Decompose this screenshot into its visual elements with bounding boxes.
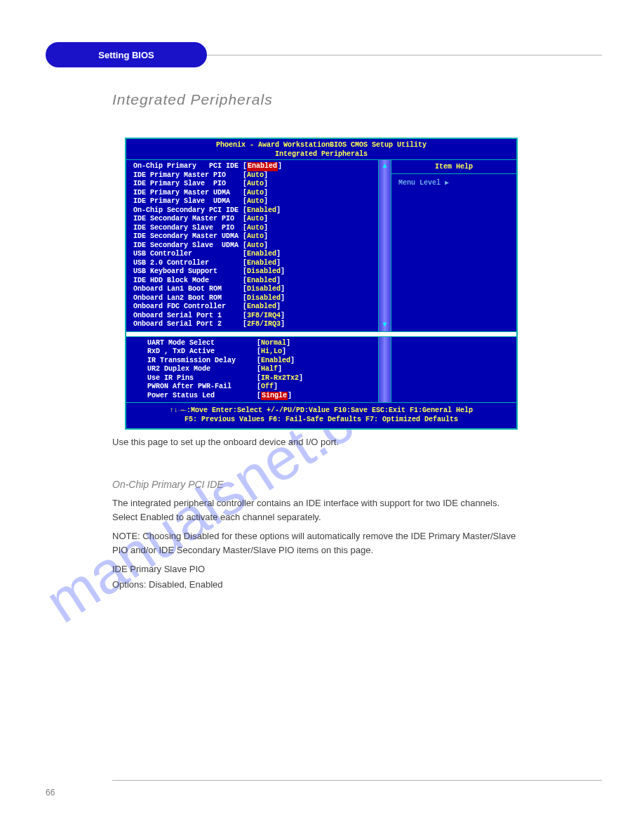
bios-item-row[interactable]: IDE Secondary Master UDMA [Auto] xyxy=(133,232,375,241)
bios-item-label: UART Mode Select xyxy=(147,339,257,348)
bios-item-value: 3F8/IRQ4 xyxy=(247,312,281,321)
bios-item-label: IDE HDD Block Mode xyxy=(133,277,243,286)
bios-item-label: IDE Primary Slave PIO xyxy=(133,180,243,189)
bios-item-label: UR2 Duplex Mode xyxy=(147,365,257,374)
body-section: On-Chip Primary PCI IDE The integrated p… xyxy=(112,477,526,591)
bios-footer: ↑↓→←:Move Enter:Select +/-/PU/PD:Value F… xyxy=(126,402,516,428)
bios-item-value: IR-Rx2Tx2 xyxy=(261,374,299,383)
bios-item-row[interactable]: Onboard Serial Port 2 [2F8/IRQ3] xyxy=(133,320,375,329)
bios-item-row[interactable]: Power Status Led [Single] xyxy=(147,392,375,401)
bios-item-row[interactable]: PWRON After PWR-Fail [Off] xyxy=(147,383,375,392)
bios-item-row[interactable]: IDE Primary Master PIO [Auto] xyxy=(133,171,375,180)
bios-item-label: USB Controller xyxy=(133,250,243,259)
body-para3: IDE Primary Slave PIO xyxy=(112,562,526,576)
bios-item-value: Auto xyxy=(247,241,264,251)
bios-item-row[interactable]: USB 2.0 Controller [Enabled] xyxy=(133,259,375,268)
bios-item-value: Disabled xyxy=(247,294,281,303)
bios-item-label: IR Transmission Delay xyxy=(147,357,257,366)
bios-item-value: Single xyxy=(261,392,288,401)
bios-title-line1: Phoenix - Award WorkstationBIOS CMOS Set… xyxy=(126,141,516,150)
bios-item-value: Auto xyxy=(247,232,264,241)
bios-item-row[interactable]: IDE Secondary Slave PIO [Auto] xyxy=(133,224,375,233)
bios-item-value: Auto xyxy=(247,171,264,180)
bios-item-row[interactable]: USB Controller [Enabled] xyxy=(133,250,375,259)
bios-item-value: Auto xyxy=(247,215,264,224)
bios-item-value: Auto xyxy=(247,197,264,206)
bios-item-label: IDE Primary Master PIO xyxy=(133,171,243,180)
bios-item-label: Power Status Led xyxy=(147,392,257,401)
bios-item-row[interactable]: RxD , TxD Active [Hi,Lo] xyxy=(147,348,375,357)
bios-item-value: Auto xyxy=(247,224,264,233)
page-header: Setting BIOS xyxy=(46,42,602,67)
bios-item-value: Enabled xyxy=(247,259,276,268)
bios-item-row[interactable]: UR2 Duplex Mode [Half] xyxy=(147,365,375,374)
bios-item-row[interactable]: On-Chip Secondary PCI IDE [Enabled] xyxy=(133,206,375,216)
bios-body-top: On-Chip Primary PCI IDE [Enabled]IDE Pri… xyxy=(126,159,516,331)
scrollbar-top[interactable]: ▲ ▼ xyxy=(379,160,391,331)
page-number: 66 xyxy=(46,788,55,797)
section-title: Integrated Peripherals xyxy=(112,91,273,108)
bios-item-row[interactable]: Onboard Lan1 Boot ROM [Disabled] xyxy=(133,285,375,294)
bios-item-label: PWRON After PWR-Fail xyxy=(147,383,257,392)
bios-title-line2: Integrated Peripherals xyxy=(126,150,516,159)
bios-items-bottom[interactable]: UART Mode Select [Normal]RxD , TxD Activ… xyxy=(126,337,379,403)
body-options: Options: Disabled, Enabled xyxy=(112,578,526,592)
help-title: Item Help xyxy=(391,160,516,174)
help-panel: Item Help Menu Level ▶ xyxy=(391,160,516,331)
bios-item-row[interactable]: IDE Primary Master UDMA [Auto] xyxy=(133,189,375,198)
scrollbar-bottom[interactable] xyxy=(379,337,391,403)
bios-item-label: Onboard Serial Port 2 xyxy=(133,320,243,329)
footer-line2: F5: Previous Values F6: Fail-Safe Defaul… xyxy=(126,415,516,424)
bios-item-row[interactable]: IDE Primary Slave UDMA [Auto] xyxy=(133,197,375,206)
body-para2: NOTE: Choosing Disabled for these option… xyxy=(112,529,526,557)
header-pill: Setting BIOS xyxy=(46,42,207,67)
body-intro: Use this page to set up the onboard devi… xyxy=(112,435,526,449)
bios-item-value: Auto xyxy=(247,189,264,198)
bios-item-row[interactable]: Onboard Serial Port 1 [3F8/IRQ4] xyxy=(133,312,375,321)
bios-item-label: IDE Secondary Slave UDMA xyxy=(133,241,243,251)
body-heading: On-Chip Primary PCI IDE xyxy=(112,477,526,492)
bios-item-label: Use IR Pins xyxy=(147,374,257,383)
bios-item-value: Enabled xyxy=(247,277,276,286)
bios-item-value: Enabled xyxy=(247,162,278,171)
bios-item-label: IDE Secondary Master PIO xyxy=(133,215,243,224)
bios-item-row[interactable]: UART Mode Select [Normal] xyxy=(147,339,375,348)
bios-item-row[interactable]: IDE Primary Slave PIO [Auto] xyxy=(133,180,375,189)
bios-item-label: On-Chip Primary PCI IDE xyxy=(133,162,243,171)
bios-item-label: On-Chip Secondary PCI IDE xyxy=(133,206,243,216)
help-panel-bottom xyxy=(391,337,516,403)
bios-item-label: USB Keyboard Support xyxy=(133,267,243,277)
bios-item-row[interactable]: IR Transmission Delay [Enabled] xyxy=(147,357,375,366)
bios-item-label: IDE Secondary Slave PIO xyxy=(133,224,243,233)
bios-item-label: RxD , TxD Active xyxy=(147,348,257,357)
help-body: Menu Level ▶ xyxy=(391,174,516,191)
bios-item-value: Auto xyxy=(247,180,264,189)
bios-item-value: Disabled xyxy=(247,267,281,277)
bios-item-row[interactable]: Use IR Pins [IR-Rx2Tx2] xyxy=(147,374,375,383)
bios-item-row[interactable]: IDE HDD Block Mode [Enabled] xyxy=(133,277,375,286)
bios-item-label: IDE Secondary Master UDMA xyxy=(133,232,243,241)
bios-title: Phoenix - Award WorkstationBIOS CMOS Set… xyxy=(126,139,516,159)
bios-item-value: Disabled xyxy=(247,285,281,294)
bios-item-label: IDE Primary Master UDMA xyxy=(133,189,243,198)
bios-item-row[interactable]: IDE Secondary Master PIO [Auto] xyxy=(133,215,375,224)
bios-item-row[interactable]: USB Keyboard Support [Disabled] xyxy=(133,267,375,277)
bios-item-value: Normal xyxy=(261,339,286,348)
bios-item-value: Half xyxy=(261,365,278,374)
footer-rule xyxy=(112,780,602,781)
footer-line1: ↑↓→←:Move Enter:Select +/-/PU/PD:Value F… xyxy=(126,406,516,415)
bios-item-row[interactable]: Onboard FDC Controller [Enabled] xyxy=(133,303,375,312)
bios-item-row[interactable]: Onboard Lan2 Boot ROM [Disabled] xyxy=(133,294,375,303)
bios-item-value: Enabled xyxy=(261,357,290,366)
bios-item-value: Enabled xyxy=(247,250,276,259)
bios-item-label: Onboard Lan1 Boot ROM xyxy=(133,285,243,294)
bios-item-label: IDE Primary Slave UDMA xyxy=(133,197,243,206)
bios-item-value: Hi,Lo xyxy=(261,348,282,357)
bios-items-top[interactable]: On-Chip Primary PCI IDE [Enabled]IDE Pri… xyxy=(126,160,379,331)
bios-item-label: Onboard Lan2 Boot ROM xyxy=(133,294,243,303)
scroll-up-icon: ▲ xyxy=(382,163,387,170)
bios-item-value: Enabled xyxy=(247,303,276,312)
bios-item-label: Onboard Serial Port 1 xyxy=(133,312,243,321)
bios-item-row[interactable]: On-Chip Primary PCI IDE [Enabled] xyxy=(133,162,375,171)
bios-item-row[interactable]: IDE Secondary Slave UDMA [Auto] xyxy=(133,241,375,251)
